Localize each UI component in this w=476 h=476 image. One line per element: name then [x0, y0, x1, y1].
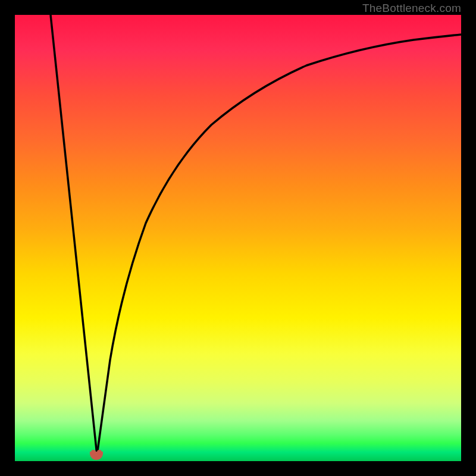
- left-curve: [51, 15, 97, 455]
- watermark-text: TheBottleneck.com: [362, 2, 461, 15]
- chart-area: [15, 15, 461, 461]
- curves-svg: [15, 15, 461, 461]
- right-curve: [97, 35, 461, 455]
